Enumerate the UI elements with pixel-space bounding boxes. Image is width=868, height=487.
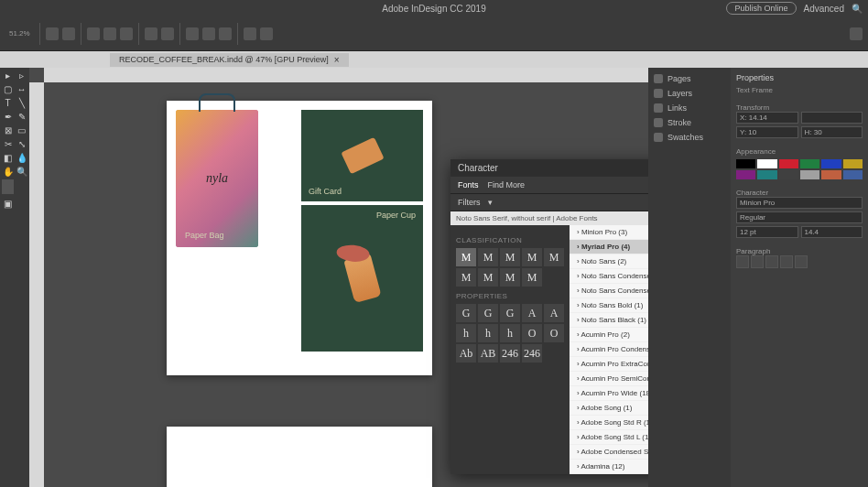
font-list-item[interactable]: › Acumin Pro ExtraCondensed (18)Roger, h… bbox=[570, 357, 648, 372]
pencil-tool-icon[interactable]: ✎ bbox=[16, 111, 27, 123]
glyph-property[interactable]: G bbox=[456, 304, 476, 322]
hand-tool-icon[interactable]: ✋ bbox=[2, 166, 14, 178]
zoom-level[interactable]: 51.2% bbox=[5, 27, 34, 39]
publish-online-button[interactable]: Publish Online bbox=[726, 2, 796, 15]
glyph-property[interactable]: h bbox=[456, 324, 476, 342]
dock-tab-pages[interactable]: Pages bbox=[652, 71, 727, 86]
font-list[interactable]: › Minion Pro (3)Roger, hungry, ate 236 p… bbox=[570, 225, 648, 474]
text-wrap-icon[interactable] bbox=[219, 27, 232, 40]
glyph-property[interactable]: G bbox=[500, 304, 520, 322]
glyph-property[interactable]: A bbox=[544, 304, 564, 322]
selection-tool-icon[interactable]: ▸ bbox=[2, 70, 14, 81]
glyph-classification[interactable]: M bbox=[456, 248, 476, 266]
glyph-classification[interactable]: M bbox=[500, 268, 520, 287]
font-list-item[interactable]: › Noto Sans Condensed (3)Roger, hungry, … bbox=[570, 269, 648, 284]
h-field[interactable]: H: 30 bbox=[801, 126, 863, 138]
rectangle-frame-tool-icon[interactable]: ⊠ bbox=[2, 124, 14, 136]
artboard-2[interactable] bbox=[167, 427, 432, 487]
corner-icon[interactable] bbox=[244, 27, 256, 40]
view-mode-icon[interactable] bbox=[46, 27, 59, 40]
dock-tab-layers[interactable]: Layers bbox=[652, 86, 727, 101]
font-list-item[interactable]: › Noto Sans Black (1)Roger, hungry, ate … bbox=[570, 313, 648, 328]
font-list-item[interactable]: › Minion Pro (3)Roger, hungry, ate 236 p… bbox=[570, 225, 648, 240]
glyph-property[interactable]: h bbox=[500, 324, 520, 342]
color-swatch[interactable] bbox=[736, 159, 755, 168]
font-list-item[interactable]: › Noto Sans Condensed (3)Roger, hungry, … bbox=[570, 284, 648, 298]
font-list-item[interactable]: › Noto Sans Bold (1)Roger, hungry, ate☁ bbox=[570, 298, 648, 313]
glyph-property[interactable]: 246 bbox=[522, 344, 542, 363]
character-panel[interactable]: Character ≡ Fonts Find More Filters ▾ Ro… bbox=[450, 159, 648, 474]
color-swatch[interactable] bbox=[800, 170, 819, 179]
color-swatch[interactable] bbox=[800, 159, 819, 168]
y-field[interactable]: Y: 10 bbox=[736, 126, 798, 138]
glyph-classification[interactable]: M bbox=[522, 268, 542, 287]
color-swatch[interactable] bbox=[736, 170, 755, 179]
glyph-property[interactable]: 246 bbox=[500, 344, 520, 363]
canvas[interactable]: Gift Card nyla Paper Bag Paper Cup bbox=[29, 68, 648, 487]
glyph-property[interactable]: A bbox=[522, 304, 542, 322]
glyph-classification[interactable]: M bbox=[544, 248, 564, 266]
leading-field[interactable]: 14.4 bbox=[801, 226, 863, 238]
font-list-item[interactable]: › Adamina (12)Roger, hungry, ate 236 pe☁ bbox=[570, 460, 648, 474]
paper-cup-cell[interactable]: Paper Cup bbox=[301, 205, 423, 352]
opacity-icon[interactable] bbox=[260, 27, 273, 40]
color-swatch[interactable] bbox=[757, 170, 776, 179]
glyph-property[interactable]: AB bbox=[478, 344, 498, 363]
eyedropper-tool-icon[interactable]: 💧 bbox=[16, 152, 27, 164]
type-tool-icon[interactable]: T bbox=[2, 97, 14, 109]
tab-fonts[interactable]: Fonts bbox=[458, 180, 479, 189]
scissors-tool-icon[interactable]: ✂ bbox=[2, 138, 14, 150]
screen-mode-icon[interactable]: ▣ bbox=[2, 196, 14, 211]
align-right-icon[interactable] bbox=[765, 255, 778, 268]
transform-tool-icon[interactable]: ⤡ bbox=[16, 138, 27, 150]
gradient-tool-icon[interactable]: ◧ bbox=[2, 152, 14, 164]
dock-tab-stroke[interactable]: Stroke bbox=[652, 115, 727, 130]
arrange-icon[interactable] bbox=[62, 27, 75, 40]
search-icon[interactable]: 🔍 bbox=[852, 4, 863, 14]
justify-icon[interactable] bbox=[780, 255, 793, 268]
color-swatch[interactable] bbox=[779, 159, 798, 168]
color-swatch[interactable] bbox=[843, 159, 863, 168]
font-style-field[interactable]: Regular bbox=[736, 211, 863, 223]
direct-selection-tool-icon[interactable]: ▹ bbox=[16, 70, 27, 81]
workspace-switcher[interactable]: Advanced bbox=[804, 4, 844, 14]
font-size-field[interactable]: 12 pt bbox=[736, 226, 798, 238]
font-list-item[interactable]: › Adobe Song Std R (1)Roger, hungry, ate… bbox=[570, 416, 648, 430]
glyph-classification[interactable]: M bbox=[456, 268, 476, 287]
glyph-classification[interactable]: M bbox=[478, 248, 498, 266]
font-family-field[interactable]: Minion Pro bbox=[736, 197, 863, 209]
font-list-item[interactable]: › Noto Sans (2)Roger, hungry, ate 236 pe… bbox=[570, 254, 648, 269]
align-center-icon[interactable] bbox=[103, 27, 116, 40]
x-field[interactable]: X: 14.14 bbox=[736, 112, 798, 124]
glyph-classification[interactable]: M bbox=[522, 248, 542, 266]
font-list-item[interactable]: › Myriad Pro (4)ROGER, HUNGRY, ATE 236 P… bbox=[570, 240, 648, 254]
artboard-1[interactable]: Gift Card nyla Paper Bag Paper Cup bbox=[167, 101, 432, 375]
gap-tool-icon[interactable]: ↔ bbox=[16, 83, 27, 95]
filter-icon[interactable]: ▾ bbox=[488, 198, 493, 207]
tab-find-more[interactable]: Find More bbox=[488, 180, 526, 189]
justify-all-icon[interactable] bbox=[795, 255, 808, 268]
glyph-classification[interactable]: M bbox=[500, 248, 520, 266]
distribute-icon[interactable] bbox=[145, 27, 157, 40]
font-list-item[interactable]: › Acumin Pro Wide (18)Roger, hungry, ate… bbox=[570, 386, 648, 401]
options-icon[interactable] bbox=[850, 27, 863, 40]
paper-bag-cell[interactable]: nyla Paper Bag bbox=[176, 110, 258, 247]
rectangle-tool-icon[interactable]: ▭ bbox=[16, 124, 27, 136]
zoom-tool-icon[interactable]: 🔍 bbox=[16, 166, 27, 178]
align-left-icon[interactable] bbox=[736, 255, 749, 268]
w-field[interactable] bbox=[801, 112, 863, 124]
font-list-item[interactable]: › Acumin Pro (2)Roger, hungry, ate 236 p… bbox=[570, 328, 648, 342]
font-list-item[interactable]: › Adobe Song Std L (1)Roger, hungry, ate… bbox=[570, 430, 648, 445]
color-swatch[interactable] bbox=[821, 159, 841, 168]
font-list-item[interactable]: › Acumin Pro Condensed (18)Roger, hungry… bbox=[570, 342, 648, 357]
font-list-item[interactable]: › Acumin Pro SemiCondensed (18)Roger, hu… bbox=[570, 372, 648, 386]
page-tool-icon[interactable]: ▢ bbox=[2, 83, 14, 95]
line-tool-icon[interactable]: ╲ bbox=[16, 97, 27, 109]
text-wrap-icon[interactable] bbox=[202, 27, 215, 40]
gift-card-cell[interactable]: Gift Card bbox=[301, 110, 423, 201]
align-left-icon[interactable] bbox=[87, 27, 100, 40]
dock-tab-swatches[interactable]: Swatches bbox=[652, 130, 727, 145]
color-swatch[interactable] bbox=[843, 170, 863, 179]
close-tab-icon[interactable]: × bbox=[334, 55, 340, 65]
dock-tab-links[interactable]: Links bbox=[652, 101, 727, 115]
